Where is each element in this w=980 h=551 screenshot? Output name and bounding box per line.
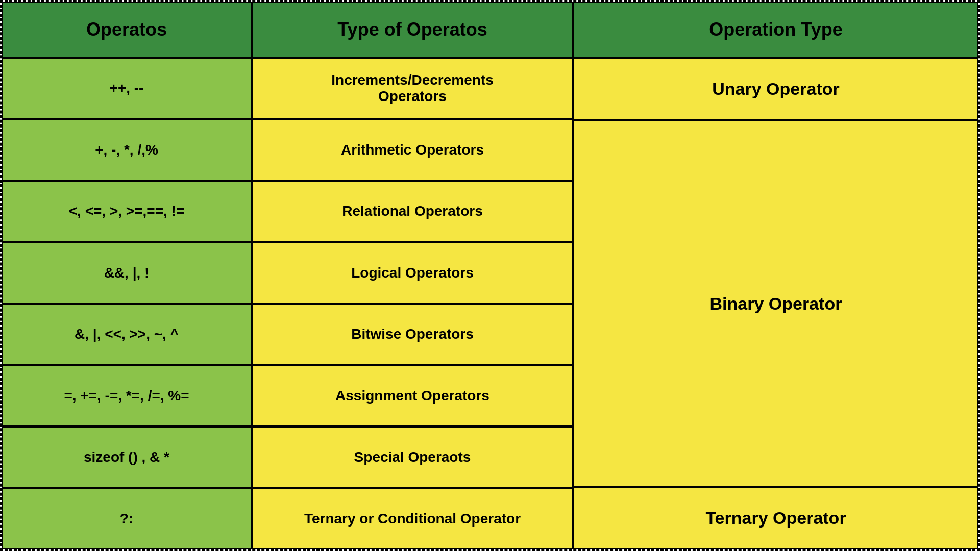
type-cell: Special Operaots [252, 427, 573, 488]
table-row: sizeof () , & * Special Operaots [2, 427, 573, 488]
operators-cell: +, -, *, /,% [2, 119, 252, 181]
table-row: ++, -- Increments/DecrementsOperators [2, 58, 573, 119]
type-cell: Logical Operators [252, 242, 573, 304]
type-cell: Bitwise Operators [252, 304, 573, 365]
unary-operator-cell: Unary Operator [573, 58, 978, 120]
left-cols: ++, -- Increments/DecrementsOperators +,… [2, 58, 573, 549]
table-header: Operatos Type of Operatos Operation Type [2, 2, 978, 58]
table-body: ++, -- Increments/DecrementsOperators +,… [2, 58, 978, 549]
operators-cell: ?: [2, 488, 252, 550]
table-row: =, +=, -=, *=, /=, %= Assignment Operato… [2, 365, 573, 427]
type-cell: Relational Operators [252, 181, 573, 242]
type-cell: Assignment Operators [252, 365, 573, 427]
header-col1: Operatos [2, 2, 252, 58]
main-table: Operatos Type of Operatos Operation Type… [0, 0, 980, 551]
type-cell: Ternary or Conditional Operator [252, 488, 573, 550]
header-col1-label: Operatos [86, 19, 167, 40]
table-row: &, |, <<, >>, ~, ^ Bitwise Operators [2, 304, 573, 365]
binary-operator-cell: Binary Operator [573, 120, 978, 487]
table-row: <, <=, >, >=,==, != Relational Operators [2, 181, 573, 242]
operators-cell: <, <=, >, >=,==, != [2, 181, 252, 242]
table-row: +, -, *, /,% Arithmetic Operators [2, 119, 573, 181]
ternary-operator-cell: Ternary Operator [573, 487, 978, 549]
operators-cell: sizeof () , & * [2, 427, 252, 488]
operators-cell: =, +=, -=, *=, /=, %= [2, 365, 252, 427]
table-row: &&, |, ! Logical Operators [2, 242, 573, 304]
operators-cell: &&, |, ! [2, 242, 252, 304]
header-col3: Operation Type [573, 2, 978, 58]
operators-cell: ++, -- [2, 58, 252, 119]
header-col3-label: Operation Type [709, 19, 842, 40]
right-col: Unary Operator Binary Operator Ternary O… [573, 58, 978, 549]
header-col2-label: Type of Operatos [337, 19, 487, 40]
type-cell: Increments/DecrementsOperators [252, 58, 573, 119]
header-col2: Type of Operatos [252, 2, 573, 58]
type-cell: Arithmetic Operators [252, 119, 573, 181]
table-row: ?: Ternary or Conditional Operator [2, 488, 573, 550]
operators-cell: &, |, <<, >>, ~, ^ [2, 304, 252, 365]
